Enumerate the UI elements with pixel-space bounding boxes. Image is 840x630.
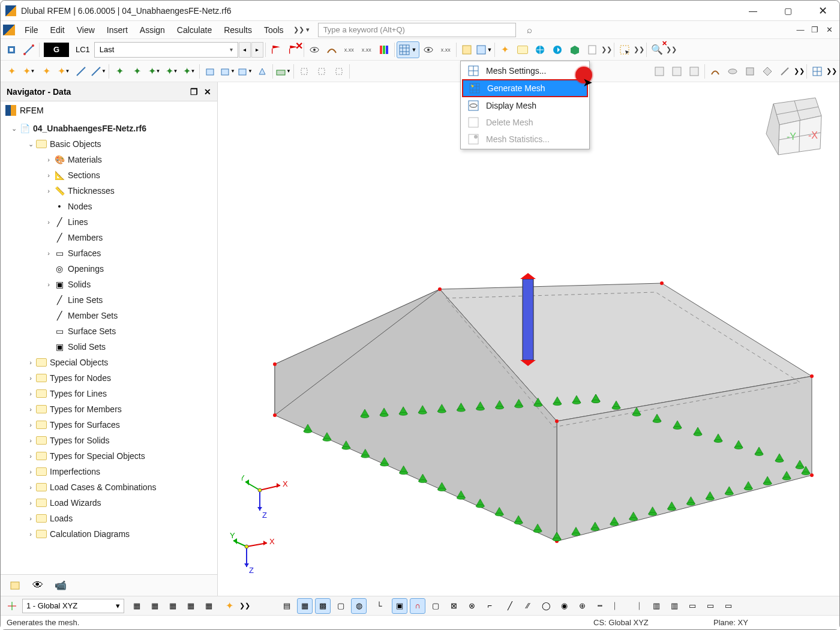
tree-item-lines[interactable]: ›╱Lines	[1, 214, 217, 230]
menu-results[interactable]: Results	[218, 23, 258, 37]
t2-btn-9[interactable]: ✦▼	[146, 63, 163, 80]
snap-btn-2[interactable]: ▦	[147, 598, 163, 614]
t2-btn-right-3[interactable]	[686, 63, 703, 80]
tree-folder-types-for-solids[interactable]: ›Types for Solids	[1, 433, 217, 448]
snap-overflow-icon[interactable]: ❯❯	[239, 602, 250, 610]
tree-folder-load-cases-combinations[interactable]: ›Load Cases & Combinations	[1, 479, 217, 495]
snap-grid-5[interactable]: ◍	[351, 598, 367, 614]
tree-folder-calculation-diagrams[interactable]: ›Calculation Diagrams	[1, 526, 217, 542]
t2-btn-17[interactable]	[296, 63, 313, 80]
open-file-button[interactable]	[514, 41, 531, 58]
tree-folder-types-for-surfaces[interactable]: ›Types for Surfaces	[1, 417, 217, 433]
t2-btn-right-8[interactable]	[776, 63, 793, 80]
menu-file[interactable]: File	[19, 23, 44, 37]
tree-file-node[interactable]: ⌄📄04_UnabhaengesFE-Netz.rf6	[1, 121, 217, 136]
t2-btn-14[interactable]: ▼	[236, 63, 253, 80]
tree-basic-objects[interactable]: ⌄Basic Objects	[1, 136, 217, 152]
new-node-button[interactable]	[3, 41, 20, 58]
tree-item-surface-sets[interactable]: ▭Surface Sets	[1, 323, 217, 339]
snap-btn-3[interactable]: ▦	[165, 598, 181, 614]
t2-grid-button[interactable]	[809, 63, 826, 80]
snap-origin-button[interactable]	[4, 598, 20, 614]
toolbar2-overflow2-icon[interactable]: ❯❯	[826, 67, 837, 75]
calc-button[interactable]	[458, 41, 475, 58]
panel-close-button[interactable]: ✕	[204, 87, 211, 97]
show-xxx1-button[interactable]: x.xx	[341, 41, 358, 58]
menu-tools[interactable]: Tools	[258, 23, 290, 37]
t2-btn-right-6[interactable]	[742, 63, 758, 80]
snap-grid-3[interactable]: ▩	[315, 598, 331, 614]
menu-view[interactable]: View	[71, 23, 101, 37]
snap-btn-star[interactable]: ✦	[221, 598, 237, 614]
tree-item-members[interactable]: ╱Members	[1, 230, 217, 245]
t2-btn-right-7[interactable]	[759, 63, 776, 80]
eye-button[interactable]	[420, 41, 437, 58]
mdi-restore-button[interactable]: ❐	[809, 25, 820, 35]
toolbar1-overflow2-icon[interactable]: ❯❯	[634, 46, 644, 53]
tree-folder-types-for-nodes[interactable]: ›Types for Nodes	[1, 370, 217, 386]
menu-calculate[interactable]: Calculate	[171, 23, 218, 37]
nav-tab-video-button[interactable]: 📹	[52, 578, 69, 593]
color-scale-button[interactable]	[376, 41, 392, 58]
keyword-search-input[interactable]: Type a keyword (Alt+Q) ⌕	[318, 23, 516, 37]
t2-btn-1[interactable]: ✦	[3, 63, 20, 80]
tree-item-member-sets[interactable]: ╱Member Sets	[1, 308, 217, 323]
tree-item-line-sets[interactable]: ╱Line Sets	[1, 292, 217, 308]
osnap-circ3[interactable]: ⊕	[574, 598, 590, 614]
search-icon[interactable]: ⌕	[527, 25, 532, 35]
osnap-line[interactable]: ╱	[502, 598, 518, 614]
xxx3-button[interactable]: x.xx	[437, 41, 454, 58]
t2-btn-12[interactable]	[202, 63, 218, 80]
t2-btn-7[interactable]: ✦	[111, 63, 128, 80]
close-button[interactable]: ✕	[811, 2, 835, 19]
globe-button[interactable]	[532, 41, 548, 58]
model-viewport[interactable]: -Y -X	[218, 82, 839, 596]
snap-grid-4[interactable]: ▢	[333, 598, 349, 614]
script-button[interactable]	[584, 41, 601, 58]
navigator-root[interactable]: RFEM	[1, 101, 217, 119]
nav-tab-display-button[interactable]: 👁	[29, 578, 46, 593]
osnap-2[interactable]: ▢	[428, 598, 443, 614]
snap-L[interactable]: └	[371, 598, 387, 614]
t2-btn-19[interactable]	[331, 63, 347, 80]
osnap-circ2[interactable]: ◉	[556, 598, 572, 614]
snap-btn-4[interactable]: ▦	[183, 598, 199, 614]
toolbar1-overflow-icon[interactable]: ❯❯	[601, 46, 612, 53]
package-button[interactable]	[566, 41, 583, 58]
t2-btn-6[interactable]: ▼	[90, 63, 107, 80]
osnap-magnet[interactable]: ∩	[410, 598, 425, 614]
delete-flag-button[interactable]: ✕	[285, 41, 302, 58]
t2-btn-right-5[interactable]	[724, 63, 741, 80]
t2-btn-5[interactable]	[73, 63, 89, 80]
osnap-dline[interactable]: ⁄⁄	[520, 598, 536, 614]
show-values-button[interactable]	[306, 41, 323, 58]
tree-folder-imperfections[interactable]: ›Imperfections	[1, 464, 217, 479]
flag-button[interactable]	[268, 41, 284, 58]
tree-folder-loads[interactable]: ›Loads	[1, 511, 217, 526]
osnap-dash[interactable]: ┅	[592, 598, 608, 614]
osnap-r2[interactable]: ▥	[667, 598, 682, 614]
snap-grid-2[interactable]: ▦	[297, 598, 313, 614]
generate-mesh-item[interactable]: Generate Mesh	[462, 79, 588, 97]
menu-overflow-icon[interactable]: ❯❯ ▾	[290, 26, 313, 34]
osnap-1[interactable]: ▣	[392, 598, 407, 614]
menu-assign[interactable]: Assign	[134, 23, 171, 37]
show-xxx2-button[interactable]: x.xx	[358, 41, 375, 58]
osnap-r1[interactable]: ▥	[649, 598, 664, 614]
snap-btn-5[interactable]: ▦	[201, 598, 217, 614]
toolbar1-overflow3-icon[interactable]: ❯❯	[666, 46, 677, 53]
maximize-button[interactable]: ▢	[776, 2, 800, 19]
loadcase-next-button[interactable]: ▸	[251, 42, 263, 58]
coordinate-system-selector[interactable]: 1 - Global XYZ ▾	[22, 599, 124, 613]
osnap-3[interactable]: ⊠	[446, 598, 461, 614]
loadcase-prev-button[interactable]: ◂	[239, 42, 251, 58]
show-deform-button[interactable]	[323, 41, 340, 58]
tree-item-solids[interactable]: ›▣Solids	[1, 277, 217, 292]
select-region-button[interactable]	[616, 41, 633, 58]
t2-btn-11[interactable]: ✦▼	[181, 63, 197, 80]
t2-btn-right-2[interactable]	[668, 63, 685, 80]
tree-folder-types-for-lines[interactable]: ›Types for Lines	[1, 386, 217, 401]
globe-arrow-button[interactable]	[549, 41, 566, 58]
minimize-button[interactable]: —	[741, 2, 765, 19]
panel-dock-button[interactable]: ❐	[190, 87, 198, 97]
